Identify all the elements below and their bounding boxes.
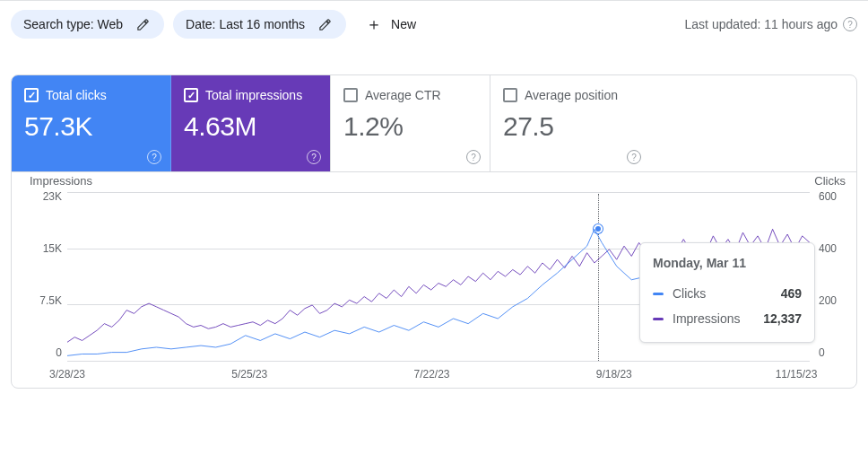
y-tick-right: 200: [819, 294, 844, 307]
x-tick: 9/18/23: [587, 368, 641, 381]
filter-chip-label: Search type: Web: [23, 17, 123, 31]
x-tick: 5/25/23: [222, 368, 276, 381]
tooltip-date: Monday, Mar 11: [653, 256, 802, 270]
x-axis: 3/28/23 5/25/23 7/22/23 9/18/23 11/15/23…: [67, 368, 810, 381]
metric-label: Average CTR: [365, 88, 441, 102]
metric-value: 1.2%: [343, 111, 477, 142]
y-tick-right: 0: [819, 346, 844, 359]
last-updated: Last updated: 11 hours ago ?: [685, 17, 857, 31]
filter-chip-search-type[interactable]: Search type: Web: [11, 10, 164, 39]
performance-panel: Total clicks 57.3K ? Total impressions 4…: [11, 74, 857, 389]
filter-chip-label: Date: Last 16 months: [186, 17, 305, 31]
y-axis-right-title: Clicks: [814, 174, 846, 188]
help-icon[interactable]: ?: [627, 150, 641, 164]
filter-chip-date[interactable]: Date: Last 16 months: [173, 10, 346, 39]
y-tick-left: 23K: [35, 190, 62, 203]
add-filter-label: New: [391, 17, 416, 31]
edit-icon[interactable]: [130, 12, 155, 37]
last-updated-text: Last updated: 11 hours ago: [685, 17, 838, 31]
x-tick: 3/28/23: [40, 368, 94, 381]
help-icon[interactable]: ?: [307, 150, 321, 164]
metric-row: Total clicks 57.3K ? Total impressions 4…: [12, 75, 856, 172]
chart-tooltip: Monday, Mar 11 Clicks 469 Impressions 12…: [639, 242, 815, 343]
help-icon[interactable]: ?: [466, 150, 481, 164]
add-filter-button[interactable]: ＋ New: [355, 10, 427, 39]
help-icon[interactable]: ?: [843, 17, 857, 31]
checkbox-icon[interactable]: [184, 88, 198, 102]
tooltip-series-value: 12,337: [763, 311, 802, 326]
metric-label: Total impressions: [205, 88, 302, 102]
checkbox-icon[interactable]: [343, 88, 358, 102]
y-tick-left: 7.5K: [35, 294, 62, 307]
tooltip-series-label: Clicks: [673, 286, 706, 301]
help-icon[interactable]: ?: [147, 150, 161, 164]
x-tick: 7/22/23: [405, 368, 459, 381]
y-tick-right: 400: [819, 242, 844, 255]
filter-bar: Search type: Web Date: Last 16 months ＋ …: [0, 0, 868, 48]
y-tick-left: 0: [35, 346, 62, 359]
edit-icon[interactable]: [312, 12, 337, 37]
checkbox-icon[interactable]: [503, 88, 517, 102]
tooltip-row-impressions: Impressions 12,337: [653, 306, 802, 331]
metric-value: 27.5: [503, 111, 638, 142]
y-tick-left: 15K: [35, 242, 62, 255]
tooltip-series-label: Impressions: [673, 311, 740, 326]
tooltip-row-clicks: Clicks 469: [653, 281, 802, 306]
metric-value: 4.63M: [184, 111, 317, 142]
metric-total-impressions[interactable]: Total impressions 4.63M ?: [171, 75, 331, 171]
tooltip-series-value: 469: [781, 286, 802, 301]
swatch-clicks: [653, 293, 664, 295]
metric-average-ctr[interactable]: Average CTR 1.2% ?: [331, 75, 490, 171]
y-axis-left-title: Impressions: [30, 174, 92, 188]
plus-icon: ＋: [366, 16, 382, 32]
swatch-impressions: [653, 318, 664, 320]
metric-label: Total clicks: [46, 88, 107, 102]
metric-value: 57.3K: [24, 111, 158, 142]
metric-label: Average position: [525, 88, 618, 102]
metric-average-position[interactable]: Average position 27.5 ?: [490, 75, 650, 171]
y-tick-right: 600: [819, 190, 844, 203]
checkbox-icon[interactable]: [24, 88, 39, 102]
metric-total-clicks[interactable]: Total clicks 57.3K ?: [12, 75, 171, 171]
x-tick: 11/15/23: [769, 368, 823, 381]
